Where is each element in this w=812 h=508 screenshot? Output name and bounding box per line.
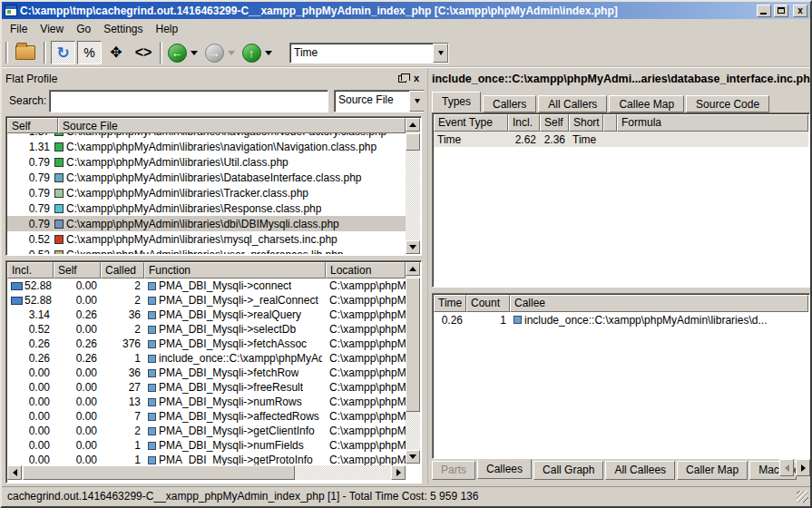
- move-button[interactable]: ✥: [103, 41, 129, 64]
- function-row[interactable]: 0.260.26376PMA_DBI_Mysqli->fetchAssocC:\…: [7, 337, 406, 351]
- column-header-function[interactable]: Function: [144, 262, 326, 278]
- tab-scroll-right-button[interactable]: [796, 459, 810, 476]
- close-button[interactable]: x: [793, 5, 807, 17]
- function-row[interactable]: 0.260.261include_once::C:\xampp\phpMyAd.…: [7, 351, 406, 366]
- vertical-scrollbar[interactable]: [406, 118, 420, 254]
- callee-row[interactable]: 0.261include_once::C:\xampp\phpMyAdmin\l…: [434, 312, 808, 327]
- dock-title-bar[interactable]: Flat Profile x: [5, 72, 422, 85]
- function-row[interactable]: 3.140.2636PMA_DBI_Mysqli->realQueryC:\xa…: [7, 308, 406, 322]
- column-header-self[interactable]: Self: [54, 262, 101, 278]
- source-file-row[interactable]: 0.79C:\xampp\phpMyAdmin\libraries\dbi\DB…: [7, 216, 406, 231]
- tab-all-callers[interactable]: All Callers: [538, 95, 607, 112]
- scrollbar-thumb[interactable]: [406, 278, 420, 412]
- function-row[interactable]: 0.000.0036PMA_DBI_Mysqli->fetchRowC:\xam…: [7, 366, 406, 380]
- callee-name: include_once::C:\xampp\phpMyAdmin\librar…: [524, 314, 767, 327]
- column-header-time[interactable]: Time: [434, 295, 466, 312]
- source-file-row[interactable]: 0.79C:\xampp\phpMyAdmin\libraries\Databa…: [7, 170, 406, 185]
- forward-button[interactable]: →: [203, 41, 225, 64]
- source-file-row[interactable]: 0.79C:\xampp\phpMyAdmin\libraries\Tracke…: [7, 185, 406, 200]
- dock-close-button[interactable]: x: [411, 73, 422, 84]
- function-row[interactable]: 52.880.002PMA_DBI_Mysqli->_realConnectC:…: [7, 293, 406, 308]
- column-header-callee[interactable]: Callee: [510, 295, 808, 312]
- source-file-row[interactable]: 1.31C:\xampp\phpMyAdmin\libraries\naviga…: [7, 139, 406, 154]
- scroll-down-button[interactable]: [406, 240, 420, 254]
- tab-caller-map[interactable]: Caller Map: [677, 461, 748, 480]
- column-header-self[interactable]: Self: [7, 118, 58, 133]
- source-file-row[interactable]: 0.52C:\xampp\phpMyAdmin\libraries\mysql_…: [7, 231, 406, 247]
- function-name: PMA_DBI_Mysqli->getClientInfo: [159, 425, 315, 437]
- horizontal-scrollbar[interactable]: [7, 465, 406, 480]
- maximize-button[interactable]: [774, 5, 788, 17]
- forward-dropdown[interactable]: [225, 41, 238, 64]
- group-by-combobox[interactable]: Source File: [334, 90, 426, 112]
- column-header-count[interactable]: Count: [466, 295, 510, 312]
- source-file-row[interactable]: 0.52C:\xampp\phpMyAdmin\libraries\user_p…: [7, 247, 406, 254]
- menu-item-go[interactable]: Go: [70, 21, 97, 37]
- function-row[interactable]: 0.520.002PMA_DBI_Mysqli->selectDbC:\xamp…: [7, 322, 406, 337]
- tab-types[interactable]: Types: [432, 92, 481, 112]
- vertical-scrollbar[interactable]: [406, 262, 420, 464]
- function-row[interactable]: 0.000.0013PMA_DBI_Mysqli->numRowsC:\xamp…: [7, 395, 406, 409]
- scroll-up-button[interactable]: [406, 118, 420, 132]
- menu-item-view[interactable]: View: [34, 21, 70, 37]
- column-header-incl-[interactable]: Incl.: [7, 262, 54, 278]
- scroll-right-button[interactable]: [391, 465, 406, 480]
- tab-callers[interactable]: Callers: [483, 95, 536, 112]
- menu-item-file[interactable]: File: [4, 21, 34, 37]
- dock-float-button[interactable]: [396, 73, 407, 84]
- up-button[interactable]: ↑: [240, 41, 262, 64]
- menu-item-settings[interactable]: Settings: [97, 21, 149, 37]
- column-header-location[interactable]: Location: [326, 262, 406, 278]
- column-header-called[interactable]: Called: [101, 262, 144, 278]
- scrollbar-thumb[interactable]: [23, 465, 295, 480]
- toolbar-handle[interactable]: [44, 42, 46, 64]
- function-row[interactable]: 52.880.002PMA_DBI_Mysqli->connectC:\xamp…: [7, 278, 406, 293]
- percent-toggle-button[interactable]: %: [77, 41, 102, 64]
- combobox-arrow-button[interactable]: [433, 44, 448, 63]
- function-row[interactable]: 0.000.001PMA_DBI_Mysqli->numFieldsC:\xam…: [7, 438, 406, 453]
- column-header-event-type[interactable]: Event Type: [434, 114, 508, 132]
- cycle-groups-button[interactable]: <>: [131, 41, 156, 64]
- back-dropdown[interactable]: [188, 41, 201, 64]
- tab-call-graph[interactable]: Call Graph: [533, 461, 603, 480]
- up-dropdown[interactable]: [262, 41, 275, 64]
- scroll-down-button[interactable]: [406, 450, 420, 464]
- relative-cost-button[interactable]: ↻: [51, 41, 75, 64]
- function-row[interactable]: 0.000.007PMA_DBI_Mysqli->affectedRowsC:\…: [7, 409, 406, 424]
- source-file-row[interactable]: 0.79C:\xampp\phpMyAdmin\libraries\Respon…: [7, 200, 406, 216]
- open-file-button[interactable]: [13, 41, 38, 64]
- search-input[interactable]: [49, 90, 328, 112]
- tab-parts[interactable]: Parts: [432, 461, 475, 480]
- scroll-up-button[interactable]: [406, 262, 420, 276]
- column-header-formula[interactable]: Formula: [617, 114, 808, 132]
- column-header-spacer[interactable]: [603, 114, 617, 132]
- event-type-combobox[interactable]: Time: [289, 43, 449, 64]
- self-cost-value: 0.79: [7, 156, 54, 169]
- tab-callee-map[interactable]: Callee Map: [609, 95, 684, 112]
- scroll-left-button[interactable]: [7, 465, 22, 480]
- tab-callees[interactable]: Callees: [477, 459, 532, 479]
- back-button[interactable]: ←: [166, 41, 188, 64]
- function-row[interactable]: 0.000.0027PMA_DBI_Mysqli->freeResultC:\x…: [7, 380, 406, 395]
- minimize-button[interactable]: [757, 5, 771, 17]
- toolbar-handle[interactable]: [160, 42, 162, 64]
- column-header-incl-[interactable]: Incl.: [508, 114, 540, 132]
- resize-grip[interactable]: [797, 491, 808, 503]
- source-file-row[interactable]: 0.79C:\xampp\phpMyAdmin\libraries\Util.c…: [7, 154, 406, 170]
- title-bar[interactable]: C:\xampp\tmp\cachegrind.out.1416463299-C…: [2, 2, 810, 19]
- combobox-arrow-button[interactable]: [409, 91, 425, 112]
- tab-scroll-left-button[interactable]: [779, 459, 794, 476]
- arrow-left-icon: [785, 464, 789, 472]
- forward-arrow-icon: →: [205, 44, 224, 63]
- event-type-row[interactable]: Time2.622.36Time: [434, 132, 808, 147]
- self-cost-value: 0.79: [7, 202, 54, 215]
- scrollbar-thumb[interactable]: [406, 133, 420, 151]
- function-row[interactable]: 0.000.002PMA_DBI_Mysqli->getClientInfoC:…: [7, 424, 406, 438]
- column-header-self[interactable]: Self: [540, 114, 569, 132]
- column-header-short[interactable]: Short: [569, 114, 603, 132]
- tab-all-callees[interactable]: All Callees: [605, 461, 675, 480]
- column-header-source-file[interactable]: Source File: [58, 118, 406, 133]
- tab-source-code[interactable]: Source Code: [686, 95, 769, 112]
- toolbar-handle[interactable]: [5, 42, 8, 64]
- menu-item-help[interactable]: Help: [150, 21, 185, 37]
